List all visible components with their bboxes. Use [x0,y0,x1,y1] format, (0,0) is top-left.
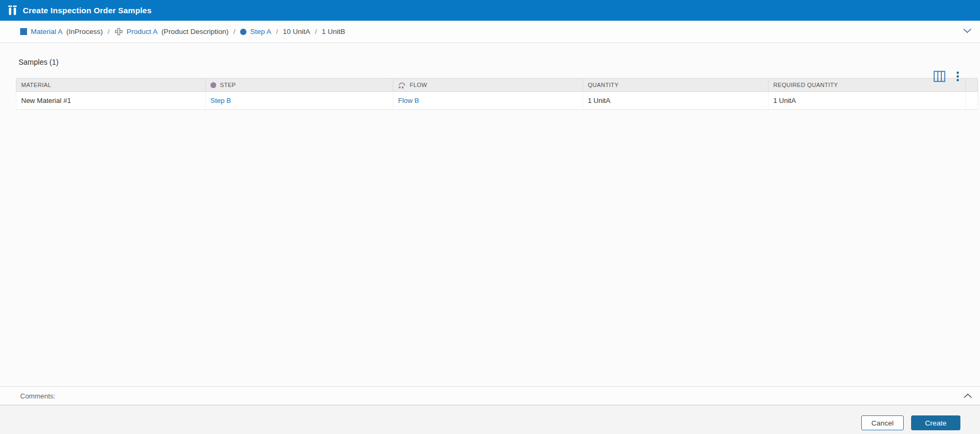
cell-step: Step B [206,92,393,109]
breadcrumb-separator: / [315,28,317,36]
step-icon [240,29,246,35]
columns-icon[interactable] [933,71,946,82]
column-header-spacer [966,79,978,91]
column-header-flow: FLOW [393,79,583,91]
breadcrumb-material-link[interactable]: Material A [31,28,63,36]
column-header-quantity: QUANTITY [583,79,769,91]
samples-table: MATERIAL STEP FLOW QUANTITY [16,78,978,110]
footer-action-bar: Cancel Create [0,405,980,434]
column-header-material: MATERIAL [16,79,206,91]
page-title: Create Inspection Order Samples [23,6,152,15]
cell-required-quantity: 1 UnitA [769,92,966,109]
breadcrumb-material: Material A (InProcess) [20,28,103,36]
breadcrumb-product-link[interactable]: Product A [127,28,158,36]
chevron-up-icon[interactable] [964,393,972,398]
step-type-icon [210,82,216,88]
flow-link[interactable]: Flow B [398,97,419,105]
breadcrumb-material-state: (InProcess) [66,28,103,36]
comments-label: Comments: [20,392,55,400]
footer-buttons: Cancel Create [861,415,960,430]
breadcrumb-separator: / [276,28,278,36]
breadcrumb-secondary-quantity: 1 UnitB [322,28,345,36]
samples-table-body: New Material #1 Step B Flow B 1 UnitA 1 … [16,92,978,110]
create-button[interactable]: Create [911,415,960,430]
cancel-button[interactable]: Cancel [861,415,904,430]
cell-spacer [966,92,978,109]
breadcrumb-step: Step A [240,28,271,36]
kebab-menu-icon[interactable] [956,71,960,82]
samples-section-title: Samples (1) [19,57,980,67]
column-header-step: STEP [206,79,393,91]
flow-type-icon [398,81,406,89]
cell-flow: Flow B [393,92,583,109]
main-content: Samples (1) MATERIAL STEP [0,57,980,110]
breadcrumb-product-description: (Product Description) [161,28,228,36]
breadcrumb-product: Product A (Product Description) [114,28,228,36]
cell-quantity: 1 UnitA [583,92,769,109]
table-row: New Material #1 Step B Flow B 1 UnitA 1 … [16,92,978,110]
comments-panel-header[interactable]: Comments: [0,386,980,405]
titlebar: Create Inspection Order Samples [0,0,980,21]
breadcrumb-step-link[interactable]: Step A [250,28,271,36]
samples-table-header: MATERIAL STEP FLOW QUANTITY [16,78,978,92]
test-tubes-icon [8,5,17,15]
cell-material: New Material #1 [16,92,206,109]
breadcrumb-primary-quantity: 10 UnitA [283,28,311,36]
table-tools [933,71,960,82]
material-icon [20,28,27,35]
breadcrumb-separator: / [108,28,110,36]
step-link[interactable]: Step B [210,97,231,105]
chevron-down-icon[interactable] [963,28,972,33]
product-icon [114,28,123,36]
breadcrumb: Material A (InProcess) / Product A (Prod… [0,21,980,43]
breadcrumb-separator: / [233,28,235,36]
